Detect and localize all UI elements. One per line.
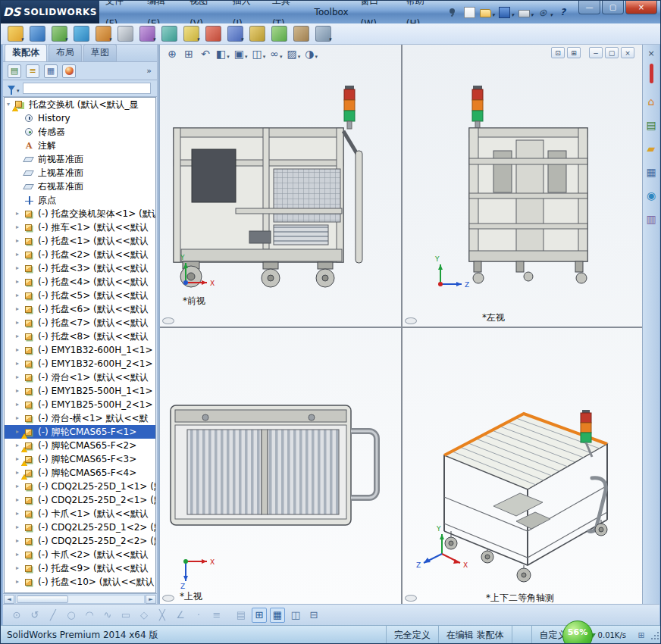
viewport-isometric[interactable]: Y X Z *上下二等角轴测	[403, 328, 642, 604]
expand-arrow-icon[interactable]	[16, 302, 23, 316]
tree-item[interactable]: 原点	[5, 193, 155, 207]
expand-arrow-icon[interactable]	[16, 234, 23, 248]
tree-item[interactable]: 注解	[5, 139, 155, 152]
manager-tab-icon[interactable]	[44, 64, 58, 78]
sketch-tool-icon[interactable]: ▭	[118, 608, 133, 623]
viewport-front[interactable]: X Y *前视	[160, 45, 401, 327]
tree-item[interactable]: (-) EMY1B25-500H_2<1> (	[5, 398, 155, 411]
filter-dropdown-icon[interactable]	[17, 81, 20, 95]
quick-tool-icon[interactable]	[499, 5, 514, 20]
tree-item[interactable]: 托盘交换机 (默认<默认_显	[5, 98, 155, 111]
tree-item[interactable]: (-) 脚轮CMAS65-F<2>	[5, 439, 155, 452]
document-window-button[interactable]: ▢	[605, 47, 619, 58]
viewport-layout-button[interactable]: ⊞	[567, 47, 581, 58]
manager-tab-icon[interactable]	[8, 64, 21, 78]
expand-arrow-icon[interactable]	[16, 357, 23, 370]
scroll-right-button[interactable]	[146, 595, 156, 604]
scroll-thumb[interactable]	[17, 596, 68, 603]
window-control-button[interactable]: —	[578, 1, 600, 14]
assembly-tool-icon[interactable]	[30, 26, 45, 42]
window-control-button[interactable]: ×	[625, 1, 657, 14]
tree-item[interactable]: (-) 托盘<10> (默认<<默认	[5, 575, 155, 589]
view-link-icon[interactable]	[162, 317, 174, 324]
viewport-tool-icon[interactable]: ↶	[198, 46, 213, 61]
status-grid-icon[interactable]	[635, 630, 647, 642]
expand-arrow-icon[interactable]	[16, 289, 23, 302]
expand-arrow-icon[interactable]	[16, 248, 23, 261]
sketch-tool-icon[interactable]: ·	[191, 608, 206, 623]
assembly-tool-icon[interactable]	[52, 26, 67, 42]
tree-item[interactable]: (-) 托盘交换机架体<1> (默认	[5, 207, 155, 220]
assembly-tool-icon[interactable]	[74, 26, 89, 42]
resize-grip[interactable]	[650, 631, 659, 640]
quick-tool-icon[interactable]	[480, 5, 495, 20]
expand-arrow-icon[interactable]	[16, 384, 23, 398]
tree-item[interactable]: (-) EMY1B32-600H_2<1> (	[5, 357, 155, 370]
sketch-tool-icon[interactable]: ◫	[288, 608, 303, 623]
tree-item[interactable]: (-) 托盘<9> (默认<<默认	[5, 561, 155, 575]
task-pane-tab-icon[interactable]: ⌂	[644, 93, 659, 109]
tree-item[interactable]: (-) 滑台<1> (默认<<默认	[5, 370, 155, 384]
assembly-tool-icon[interactable]	[139, 26, 155, 42]
sketch-tool-icon[interactable]: ↺	[27, 608, 42, 623]
expand-arrow-icon[interactable]	[16, 330, 23, 343]
quick-tool-icon[interactable]	[464, 5, 475, 20]
viewport-splitter-horizontal[interactable]	[160, 327, 642, 328]
expand-arrow-icon[interactable]	[16, 561, 23, 575]
tree-item[interactable]: 上视基准面	[5, 166, 155, 180]
tree-item[interactable]: (-) 脚轮CMAS65-F<4>	[5, 466, 155, 480]
sketch-tool-icon[interactable]: ≡	[209, 608, 224, 623]
sketch-tool-icon[interactable]: ∠	[173, 608, 188, 623]
viewport-tool-icon[interactable]: ◑	[303, 46, 319, 61]
tree-item[interactable]: (-) 托盘<6> (默认<<默认	[5, 302, 155, 316]
viewport-tool-icon[interactable]: ⊞	[181, 46, 196, 61]
tree-item[interactable]: (-) 脚轮CMAS65-F<3>	[5, 452, 155, 466]
viewport-tool-icon[interactable]: ◫	[251, 46, 268, 61]
tree-item[interactable]: (-) CDQ2L25-25D_2<1> (默	[5, 493, 155, 507]
pin-menu-icon[interactable]	[448, 8, 457, 17]
tree-item[interactable]: (-) CDQ2L25-25D_2<2> (默	[5, 534, 155, 548]
sketch-tool-icon[interactable]: ⊙	[9, 608, 24, 623]
viewport-layout-button[interactable]: ⊡	[551, 47, 565, 58]
viewport-left[interactable]: Y Z *左视	[403, 45, 642, 327]
task-pane-tab-icon[interactable]: ◉	[644, 187, 659, 203]
quick-tool-icon[interactable]	[557, 5, 569, 20]
expand-arrow-icon[interactable]	[16, 507, 23, 521]
assembly-tool-icon[interactable]	[227, 26, 243, 42]
tree-item[interactable]: 右视基准面	[5, 180, 155, 193]
assembly-tool-icon[interactable]	[249, 26, 265, 42]
tree-item[interactable]: (-) EMY1B32-600H_1<1> (	[5, 343, 155, 357]
quick-tool-icon[interactable]	[518, 5, 534, 20]
task-pane-tab-icon[interactable]: ▥	[644, 211, 659, 227]
manager-tab-icon[interactable]	[26, 64, 39, 78]
expand-arrow-icon[interactable]	[16, 316, 23, 330]
task-pane-tab-icon[interactable]: ▤	[644, 117, 659, 133]
filter-icon[interactable]	[8, 86, 15, 91]
expand-arrow-icon[interactable]	[16, 480, 23, 493]
menu-item[interactable]: Toolbox	[309, 1, 355, 23]
tree-item[interactable]: (-) 滑台-横<1> 默认<<默	[5, 411, 155, 425]
tree-item[interactable]: (-) 脚轮CMAS65-F<1>	[5, 425, 155, 439]
expand-arrow-icon[interactable]	[16, 275, 23, 289]
expand-arrow-icon[interactable]	[16, 493, 23, 507]
assembly-tool-icon[interactable]	[161, 26, 177, 42]
viewport-tool-icon[interactable]: ◧	[215, 46, 231, 61]
tree-item[interactable]: (-) 托盘<4> (默认<<默认	[5, 275, 155, 289]
viewport-top[interactable]: X Z *上视	[160, 328, 401, 604]
sketch-tool-icon[interactable]: ⊟	[306, 608, 321, 623]
sketch-tool-icon[interactable]: ╱	[45, 608, 61, 623]
document-window-button[interactable]: −	[589, 47, 603, 58]
assembly-tool-icon[interactable]	[205, 26, 221, 42]
task-pane-tab-icon[interactable]: ▰	[644, 140, 659, 156]
sketch-tool-icon[interactable]: ◇	[136, 608, 152, 623]
viewport-splitter-vertical[interactable]	[401, 45, 403, 604]
expand-arrow-icon[interactable]	[16, 207, 23, 220]
tree-item[interactable]: (-) 托盘<7> (默认<<默认	[5, 316, 155, 330]
manager-tab-icon[interactable]	[62, 64, 76, 78]
sketch-tool-icon[interactable]: ∿	[100, 608, 115, 623]
scroll-track[interactable]	[15, 595, 145, 604]
assembly-tool-icon[interactable]	[293, 26, 309, 42]
view-link-icon[interactable]	[405, 317, 417, 324]
assembly-tool-icon[interactable]	[8, 26, 23, 42]
expand-arrow-icon[interactable]	[16, 370, 23, 384]
